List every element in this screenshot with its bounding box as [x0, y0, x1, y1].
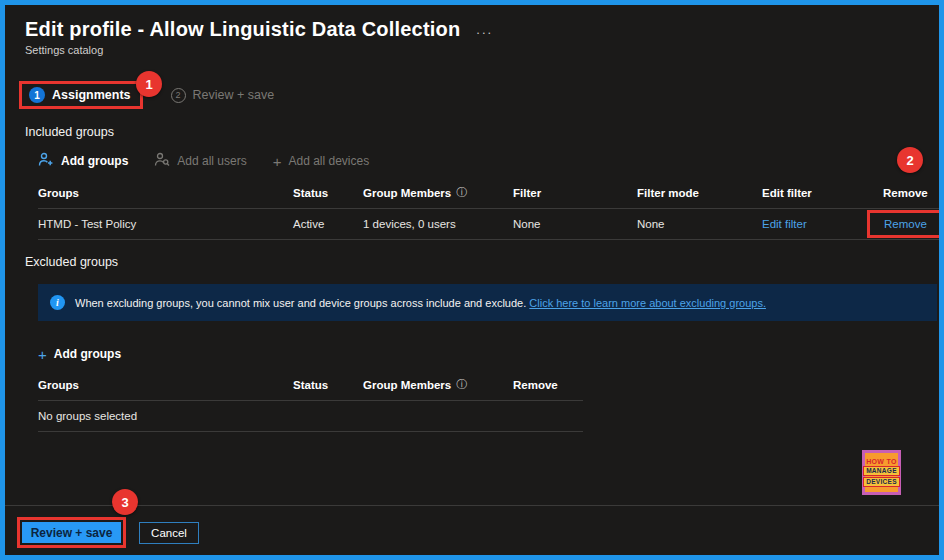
add-groups-button[interactable]: Add groups — [38, 152, 128, 171]
tab-assignments-label: Assignments — [52, 88, 131, 102]
col-filter: Filter — [513, 182, 637, 209]
tab-review-save-label: Review + save — [193, 88, 275, 102]
annotation-box-remove: Remove — [867, 210, 944, 238]
col-groups: Groups — [38, 374, 293, 401]
annotation-circle-3: 3 — [112, 489, 138, 515]
add-all-devices-label: Add all devices — [288, 154, 369, 168]
col-edit-filter: Edit filter — [762, 182, 883, 209]
footer-divider — [5, 505, 939, 506]
annotation-box-review-save: Review + save — [17, 517, 126, 548]
cell-status: Active — [293, 209, 363, 240]
col-status: Status — [293, 182, 363, 209]
tab-review-save[interactable]: 2 Review + save — [171, 88, 275, 103]
annotation-circle-2: 2 — [897, 147, 923, 173]
person-add-icon — [38, 152, 54, 171]
excluded-groups-table: Groups Status Group Members ⓘ Remove No … — [38, 374, 583, 432]
person-users-icon — [154, 152, 170, 171]
step-badge-icon: 1 — [29, 87, 45, 103]
annotation-circle-1: 1 — [136, 71, 162, 97]
col-group-members: Group Members ⓘ — [363, 374, 513, 401]
excluded-groups-heading: Excluded groups — [25, 255, 939, 269]
remove-link[interactable]: Remove — [884, 218, 927, 230]
add-all-devices-button[interactable]: + Add all devices — [273, 154, 369, 169]
add-all-users-button[interactable]: Add all users — [154, 152, 246, 171]
cell-group-name: HTMD - Test Policy — [38, 209, 293, 240]
cancel-button[interactable]: Cancel — [139, 522, 199, 544]
excluding-groups-learn-more-link[interactable]: Click here to learn more about excluding… — [529, 297, 766, 309]
included-groups-heading: Included groups — [25, 125, 939, 139]
excluded-add-groups-button[interactable]: + Add groups — [38, 347, 121, 362]
annotation-box-assignments: 1 Assignments — [19, 81, 143, 109]
info-banner: i When excluding groups, you cannot mix … — [38, 284, 937, 321]
edit-profile-window: Edit profile - Allow Linguistic Data Col… — [0, 0, 944, 560]
excluded-add-groups-label: Add groups — [54, 347, 121, 361]
col-remove: Remove — [883, 182, 940, 209]
no-groups-selected-text: No groups selected — [38, 401, 583, 432]
page-subtitle: Settings catalog — [25, 44, 939, 56]
review-save-button[interactable]: Review + save — [22, 522, 121, 543]
col-groups: Groups — [38, 182, 293, 209]
plus-icon: + — [273, 154, 282, 169]
add-groups-label: Add groups — [61, 154, 128, 168]
add-all-users-label: Add all users — [177, 154, 246, 168]
logo-line1: HOW TO — [866, 458, 896, 465]
plus-icon: + — [38, 347, 47, 362]
cell-filter-mode: None — [637, 209, 762, 240]
col-status: Status — [293, 374, 363, 401]
included-groups-table: Groups Status Group Members ⓘ Filter Fil… — [38, 182, 940, 240]
info-icon[interactable]: ⓘ — [456, 185, 467, 200]
cell-filter: None — [513, 209, 637, 240]
info-banner-icon: i — [50, 295, 65, 310]
col-filter-mode: Filter mode — [637, 182, 762, 209]
edit-filter-link[interactable]: Edit filter — [762, 218, 807, 230]
logo-line3: DEVICES — [863, 477, 900, 487]
info-icon[interactable]: ⓘ — [456, 377, 467, 392]
col-group-members: Group Members ⓘ — [363, 182, 513, 209]
col-remove: Remove — [513, 374, 583, 401]
logo-line2: MANAGE — [863, 466, 900, 476]
page-title: Edit profile - Allow Linguistic Data Col… — [25, 18, 460, 41]
tab-assignments[interactable]: 1 Assignments — [29, 87, 131, 103]
info-banner-text: When excluding groups, you cannot mix us… — [75, 297, 766, 309]
htmd-logo: HOW TO MANAGE DEVICES — [862, 450, 901, 495]
more-options-icon[interactable]: ... — [476, 22, 493, 37]
cell-group-members: 1 devices, 0 users — [363, 209, 513, 240]
step-circle-icon: 2 — [171, 88, 186, 103]
